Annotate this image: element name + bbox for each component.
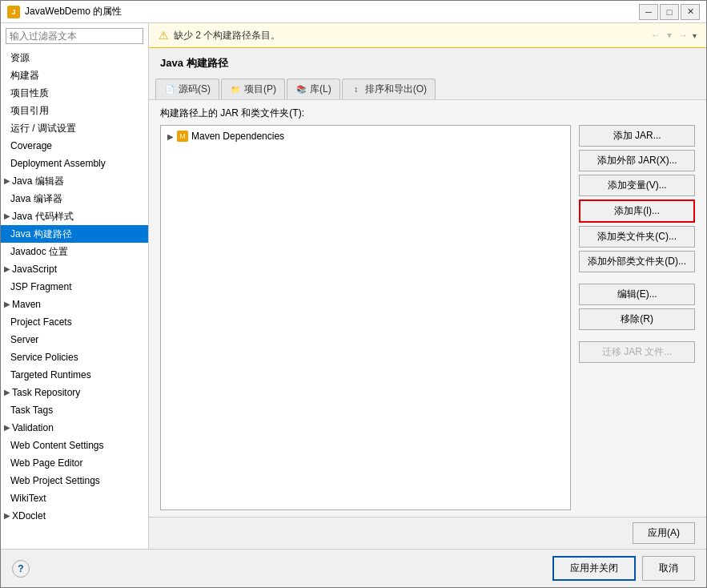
expand-arrow-icon: ▶ (4, 262, 10, 276)
tab-1[interactable]: 📁项目(P) (221, 79, 285, 99)
tab-icon-0: 📄 (164, 84, 175, 95)
action-button-3[interactable]: 添加库(l)... (579, 199, 695, 223)
content-area: 构建路径上的 JAR 和类文件夹(T): ▶MMaven Dependencie… (149, 100, 706, 517)
content-main: ▶MMaven Dependencies 添加 JAR...添加外部 JAR(X… (160, 125, 695, 510)
sidebar-item-19[interactable]: ▶Task Repository (1, 384, 148, 401)
sidebar-item-22[interactable]: Web Content Settings (1, 437, 148, 454)
sidebar-item-0[interactable]: 资源 (1, 49, 148, 66)
sidebar-item-14[interactable]: ▶Maven (1, 296, 148, 313)
tab-label-1: 项目(P) (244, 83, 276, 96)
filter-input[interactable] (6, 28, 143, 44)
sidebar-item-11[interactable]: Javadoc 位置 (1, 243, 148, 260)
sidebar-item-3[interactable]: 项目引用 (1, 102, 148, 119)
action-button-5[interactable]: 添加外部类文件夹(D)... (579, 251, 695, 272)
bottom-bar: 应用(A) (149, 517, 706, 549)
help-button[interactable]: ? (12, 560, 30, 578)
sidebar-item-12[interactable]: ▶JavaScript (1, 260, 148, 278)
tab-label-3: 排序和导出(O) (365, 83, 427, 96)
ok-button[interactable]: 应用并关闭 (552, 556, 636, 581)
footer: ? 应用并关闭 取消 (1, 549, 706, 587)
sidebar-item-1[interactable]: 构建器 (1, 66, 148, 84)
sidebar-item-6[interactable]: Deployment Assembly (1, 155, 148, 172)
sidebar-item-label: 资源 (10, 52, 30, 63)
warning-text: 缺少 2 个构建路径条目。 (174, 29, 280, 42)
button-separator (579, 276, 695, 280)
warning-bar: ⚠ 缺少 2 个构建路径条目。 ← ▾ → ▾ (149, 23, 706, 48)
tab-0[interactable]: 📄源码(S) (155, 79, 219, 99)
tab-2[interactable]: 📚库(L) (287, 79, 340, 99)
minimize-button[interactable]: ─ (639, 4, 658, 20)
sidebar-item-5[interactable]: Coverage (1, 137, 148, 155)
tab-icon-3: ↕ (351, 84, 362, 95)
window-icon: J (7, 6, 20, 18)
action-button-6[interactable]: 编辑(E)... (579, 284, 695, 305)
sidebar-item-label: Web Content Settings (10, 440, 104, 451)
sidebar-item-label: Javadoc 位置 (10, 246, 68, 257)
right-panel: ⚠ 缺少 2 个构建路径条目。 ← ▾ → ▾ Java 构建路径 📄源码(S)… (149, 23, 706, 549)
sidebar-item-label: Coverage (10, 140, 52, 151)
tab-label-0: 源码(S) (179, 83, 211, 96)
close-button[interactable]: ✕ (681, 4, 700, 20)
sidebar-item-label: Maven (12, 297, 41, 312)
tree-item-icon: M (177, 131, 188, 142)
sidebar-item-21[interactable]: ▶Validation (1, 419, 148, 437)
action-button-4[interactable]: 添加类文件夹(C)... (579, 226, 695, 248)
sidebar-item-label: Targeted Runtimes (10, 369, 91, 381)
maximize-button[interactable]: □ (660, 4, 679, 20)
sidebar-item-24[interactable]: Web Project Settings (1, 472, 148, 489)
nav-back-button[interactable]: ← (649, 28, 662, 42)
sidebar-item-18[interactable]: Targeted Runtimes (1, 366, 148, 384)
sidebar-item-label: JSP Fragment (10, 281, 71, 292)
sidebar: 资源构建器项目性质项目引用运行 / 调试设置CoverageDeployment… (1, 23, 149, 549)
sidebar-item-23[interactable]: Web Page Editor (1, 454, 148, 472)
sidebar-item-label: JavaScript (12, 262, 57, 276)
tab-icon-2: 📚 (295, 84, 307, 95)
sidebar-item-9[interactable]: ▶Java 代码样式 (1, 207, 148, 225)
sidebar-item-7[interactable]: ▶Java 编辑器 (1, 172, 148, 190)
tree-expand-icon: ▶ (167, 132, 174, 141)
sidebar-item-4[interactable]: 运行 / 调试设置 (1, 119, 148, 137)
apply-button[interactable]: 应用(A) (633, 522, 695, 544)
nav-dropdown-button[interactable]: ▾ (693, 31, 697, 40)
action-button-1[interactable]: 添加外部 JAR(X)... (579, 150, 695, 171)
sidebar-item-label: Task Repository (12, 385, 80, 400)
sidebar-item-13[interactable]: JSP Fragment (1, 278, 148, 296)
main-content: 资源构建器项目性质项目引用运行 / 调试设置CoverageDeployment… (1, 23, 706, 549)
sidebar-item-label: 项目性质 (10, 87, 49, 99)
action-button-0[interactable]: 添加 JAR... (579, 125, 695, 147)
sidebar-item-15[interactable]: Project Facets (1, 313, 148, 331)
sidebar-item-label: XDoclet (12, 509, 46, 523)
action-button-8: 迁移 JAR 文件... (579, 341, 695, 363)
sidebar-item-label: Java 编译器 (10, 193, 62, 204)
tab-icon-1: 📁 (230, 84, 241, 95)
sidebar-item-label: Project Facets (10, 316, 72, 328)
sidebar-item-20[interactable]: Task Tags (1, 401, 148, 419)
nav-forward-button[interactable]: → (677, 28, 689, 42)
sidebar-item-label: Java 编辑器 (12, 174, 64, 188)
sidebar-item-16[interactable]: Server (1, 331, 148, 348)
sidebar-item-17[interactable]: Service Policies (1, 348, 148, 366)
sidebar-item-26[interactable]: ▶XDoclet (1, 507, 148, 525)
sidebar-item-2[interactable]: 项目性质 (1, 84, 148, 102)
sidebar-item-label: Deployment Assembly (10, 158, 106, 169)
sidebar-item-label: Java 代码样式 (12, 209, 74, 224)
button-separator (579, 333, 695, 338)
tab-3[interactable]: ↕排序和导出(O) (342, 79, 436, 99)
cancel-button[interactable]: 取消 (642, 556, 695, 581)
tab-bar: 📄源码(S)📁项目(P)📚库(L)↕排序和导出(O) (149, 75, 706, 100)
action-button-2[interactable]: 添加变量(V)... (579, 175, 695, 196)
sidebar-item-10[interactable]: Java 构建路径 (1, 225, 148, 243)
expand-arrow-icon: ▶ (4, 509, 10, 523)
tree-panel[interactable]: ▶MMaven Dependencies (160, 125, 571, 510)
title-bar: J JavaWebDemo 的属性 ─ □ ✕ (1, 1, 706, 23)
sidebar-item-label: WikiText (10, 493, 46, 504)
window-title: JavaWebDemo 的属性 (25, 5, 122, 18)
sidebar-item-label: Web Page Editor (10, 457, 83, 469)
sidebar-item-8[interactable]: Java 编译器 (1, 190, 148, 207)
action-button-7[interactable]: 移除(R) (579, 308, 695, 330)
sidebar-item-25[interactable]: WikiText (1, 489, 148, 507)
tree-item-0[interactable]: ▶MMaven Dependencies (164, 129, 567, 143)
sidebar-item-label: Server (10, 334, 38, 345)
sidebar-item-label: Task Tags (10, 405, 53, 416)
sidebar-list: 资源构建器项目性质项目引用运行 / 调试设置CoverageDeployment… (1, 47, 148, 549)
